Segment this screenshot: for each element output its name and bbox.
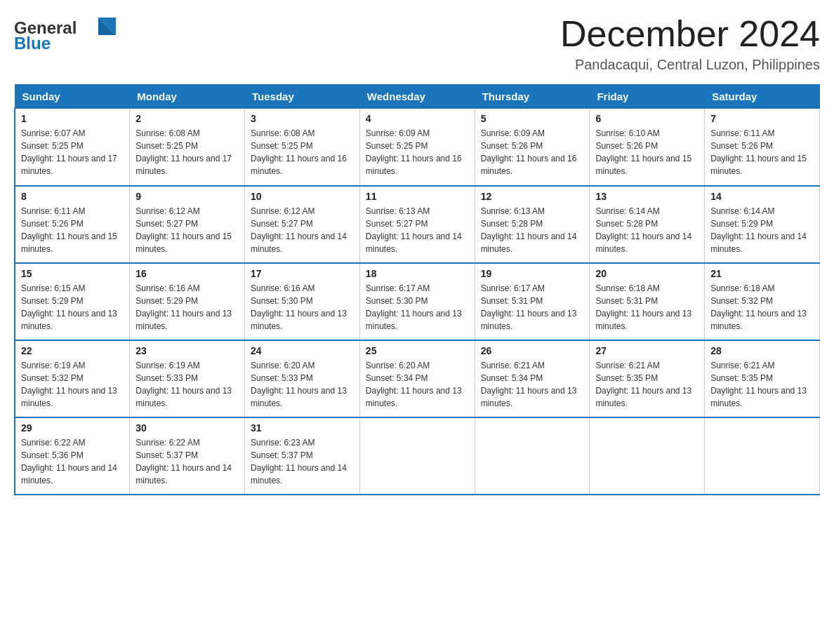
day-info: Sunrise: 6:12 AMSunset: 5:27 PMDaylight:… xyxy=(135,206,232,254)
day-number: 29 xyxy=(21,422,124,434)
day-number: 1 xyxy=(21,113,124,124)
calendar-cell: 13 Sunrise: 6:14 AMSunset: 5:28 PMDaylig… xyxy=(590,186,705,263)
day-info: Sunrise: 6:17 AMSunset: 5:31 PMDaylight:… xyxy=(481,283,577,331)
calendar-cell: 21 Sunrise: 6:18 AMSunset: 5:32 PMDaylig… xyxy=(705,263,820,340)
title-area: December 2024 Pandacaqui, Central Luzon,… xyxy=(560,14,820,73)
logo-svg: General Blue xyxy=(14,14,126,53)
day-number: 17 xyxy=(251,268,354,279)
day-info: Sunrise: 6:21 AMSunset: 5:35 PMDaylight:… xyxy=(595,361,691,408)
day-info: Sunrise: 6:11 AMSunset: 5:26 PMDaylight:… xyxy=(21,206,117,254)
calendar-cell: 12 Sunrise: 6:13 AMSunset: 5:28 PMDaylig… xyxy=(475,186,590,263)
day-info: Sunrise: 6:14 AMSunset: 5:29 PMDaylight:… xyxy=(710,206,807,254)
day-number: 2 xyxy=(135,113,239,124)
calendar-cell xyxy=(705,417,820,495)
header-sunday: Sunday xyxy=(15,85,130,109)
day-info: Sunrise: 6:18 AMSunset: 5:31 PMDaylight:… xyxy=(595,283,691,331)
day-info: Sunrise: 6:17 AMSunset: 5:30 PMDaylight:… xyxy=(366,283,462,331)
day-number: 26 xyxy=(481,345,584,356)
calendar-cell: 24 Sunrise: 6:20 AMSunset: 5:33 PMDaylig… xyxy=(245,340,360,417)
calendar-cell: 26 Sunrise: 6:21 AMSunset: 5:34 PMDaylig… xyxy=(475,340,590,417)
day-info: Sunrise: 6:12 AMSunset: 5:27 PMDaylight:… xyxy=(251,206,347,254)
day-info: Sunrise: 6:11 AMSunset: 5:26 PMDaylight:… xyxy=(710,128,807,176)
calendar-week-row: 1 Sunrise: 6:07 AMSunset: 5:25 PMDayligh… xyxy=(15,109,820,186)
calendar-cell: 18 Sunrise: 6:17 AMSunset: 5:30 PMDaylig… xyxy=(359,263,475,340)
day-info: Sunrise: 6:09 AMSunset: 5:25 PMDaylight:… xyxy=(366,128,462,176)
header-monday: Monday xyxy=(130,85,245,109)
day-number: 30 xyxy=(135,422,239,434)
day-number: 11 xyxy=(366,191,469,202)
calendar-cell: 11 Sunrise: 6:13 AMSunset: 5:27 PMDaylig… xyxy=(359,186,475,263)
logo-text: General Blue xyxy=(14,14,126,55)
calendar-cell: 8 Sunrise: 6:11 AMSunset: 5:26 PMDayligh… xyxy=(15,186,130,263)
header: General Blue December 2024 Pandacaqui, C… xyxy=(14,14,820,73)
calendar-cell: 28 Sunrise: 6:21 AMSunset: 5:35 PMDaylig… xyxy=(705,340,820,417)
day-info: Sunrise: 6:13 AMSunset: 5:28 PMDaylight:… xyxy=(481,206,577,254)
day-info: Sunrise: 6:08 AMSunset: 5:25 PMDaylight:… xyxy=(251,128,347,176)
month-title: December 2024 xyxy=(560,14,820,54)
calendar-header-row: SundayMondayTuesdayWednesdayThursdayFrid… xyxy=(15,85,820,109)
day-number: 23 xyxy=(135,345,239,356)
day-number: 10 xyxy=(251,191,354,202)
calendar-cell xyxy=(590,417,705,495)
day-info: Sunrise: 6:19 AMSunset: 5:33 PMDaylight:… xyxy=(135,361,232,408)
calendar-cell: 2 Sunrise: 6:08 AMSunset: 5:25 PMDayligh… xyxy=(130,109,245,186)
calendar-cell: 9 Sunrise: 6:12 AMSunset: 5:27 PMDayligh… xyxy=(130,186,245,263)
day-info: Sunrise: 6:18 AMSunset: 5:32 PMDaylight:… xyxy=(710,283,807,331)
header-thursday: Thursday xyxy=(475,85,590,109)
location-subtitle: Pandacaqui, Central Luzon, Philippines xyxy=(560,57,820,73)
day-number: 18 xyxy=(366,268,469,279)
calendar-week-row: 15 Sunrise: 6:15 AMSunset: 5:29 PMDaylig… xyxy=(15,263,820,340)
day-info: Sunrise: 6:20 AMSunset: 5:34 PMDaylight:… xyxy=(366,361,462,408)
calendar-cell: 27 Sunrise: 6:21 AMSunset: 5:35 PMDaylig… xyxy=(590,340,705,417)
day-number: 7 xyxy=(710,113,814,124)
calendar-cell: 16 Sunrise: 6:16 AMSunset: 5:29 PMDaylig… xyxy=(130,263,245,340)
calendar-cell: 4 Sunrise: 6:09 AMSunset: 5:25 PMDayligh… xyxy=(359,109,475,186)
day-info: Sunrise: 6:16 AMSunset: 5:29 PMDaylight:… xyxy=(135,283,232,331)
calendar-cell: 23 Sunrise: 6:19 AMSunset: 5:33 PMDaylig… xyxy=(130,340,245,417)
day-number: 22 xyxy=(21,345,124,356)
day-info: Sunrise: 6:08 AMSunset: 5:25 PMDaylight:… xyxy=(135,128,232,176)
calendar-table: SundayMondayTuesdayWednesdayThursdayFrid… xyxy=(14,84,820,495)
calendar-cell: 5 Sunrise: 6:09 AMSunset: 5:26 PMDayligh… xyxy=(475,109,590,186)
day-info: Sunrise: 6:22 AMSunset: 5:37 PMDaylight:… xyxy=(135,438,232,485)
day-number: 31 xyxy=(251,422,354,434)
day-number: 12 xyxy=(481,191,584,202)
day-info: Sunrise: 6:09 AMSunset: 5:26 PMDaylight:… xyxy=(481,128,577,176)
calendar-cell: 31 Sunrise: 6:23 AMSunset: 5:37 PMDaylig… xyxy=(245,417,360,495)
day-info: Sunrise: 6:19 AMSunset: 5:32 PMDaylight:… xyxy=(21,361,117,408)
calendar-cell: 1 Sunrise: 6:07 AMSunset: 5:25 PMDayligh… xyxy=(15,109,130,186)
day-number: 16 xyxy=(135,268,239,279)
calendar-week-row: 22 Sunrise: 6:19 AMSunset: 5:32 PMDaylig… xyxy=(15,340,820,417)
calendar-cell: 20 Sunrise: 6:18 AMSunset: 5:31 PMDaylig… xyxy=(590,263,705,340)
calendar-cell xyxy=(475,417,590,495)
day-number: 27 xyxy=(595,345,699,356)
calendar-cell: 17 Sunrise: 6:16 AMSunset: 5:30 PMDaylig… xyxy=(245,263,360,340)
day-number: 25 xyxy=(366,345,469,356)
day-number: 6 xyxy=(595,113,699,124)
day-info: Sunrise: 6:07 AMSunset: 5:25 PMDaylight:… xyxy=(21,128,117,176)
calendar-cell xyxy=(359,417,475,495)
header-tuesday: Tuesday xyxy=(245,85,360,109)
header-saturday: Saturday xyxy=(705,85,820,109)
day-number: 14 xyxy=(710,191,814,202)
day-number: 28 xyxy=(710,345,814,356)
day-info: Sunrise: 6:20 AMSunset: 5:33 PMDaylight:… xyxy=(251,361,347,408)
day-number: 3 xyxy=(251,113,354,124)
calendar-cell: 10 Sunrise: 6:12 AMSunset: 5:27 PMDaylig… xyxy=(245,186,360,263)
calendar-cell: 29 Sunrise: 6:22 AMSunset: 5:36 PMDaylig… xyxy=(15,417,130,495)
calendar-cell: 7 Sunrise: 6:11 AMSunset: 5:26 PMDayligh… xyxy=(705,109,820,186)
day-info: Sunrise: 6:23 AMSunset: 5:37 PMDaylight:… xyxy=(251,438,347,485)
header-wednesday: Wednesday xyxy=(359,85,475,109)
calendar-cell: 6 Sunrise: 6:10 AMSunset: 5:26 PMDayligh… xyxy=(590,109,705,186)
calendar-cell: 19 Sunrise: 6:17 AMSunset: 5:31 PMDaylig… xyxy=(475,263,590,340)
day-number: 13 xyxy=(595,191,699,202)
logo: General Blue xyxy=(14,14,126,55)
day-number: 9 xyxy=(135,191,239,202)
calendar-cell: 30 Sunrise: 6:22 AMSunset: 5:37 PMDaylig… xyxy=(130,417,245,495)
day-number: 24 xyxy=(251,345,354,356)
day-number: 4 xyxy=(366,113,469,124)
calendar-cell: 14 Sunrise: 6:14 AMSunset: 5:29 PMDaylig… xyxy=(705,186,820,263)
day-info: Sunrise: 6:10 AMSunset: 5:26 PMDaylight:… xyxy=(595,128,691,176)
day-number: 20 xyxy=(595,268,699,279)
day-info: Sunrise: 6:13 AMSunset: 5:27 PMDaylight:… xyxy=(366,206,462,254)
